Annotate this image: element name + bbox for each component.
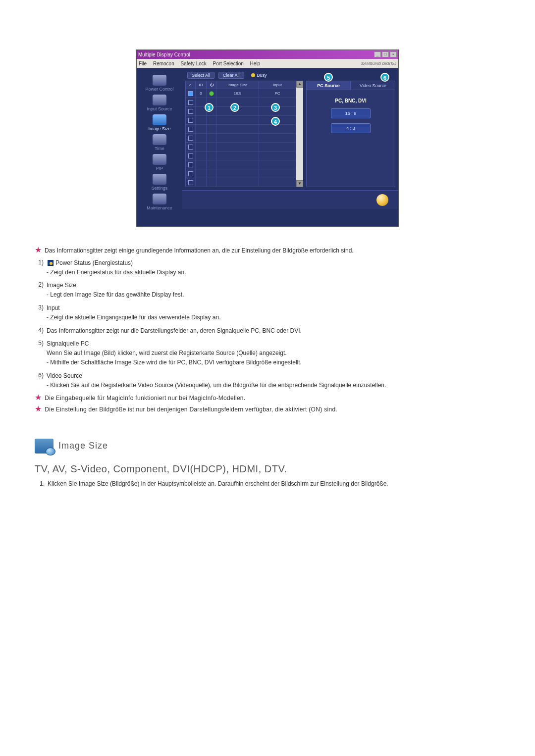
doc-item-number: 1) — [35, 259, 44, 277]
row-input — [259, 169, 296, 178]
power-icon — [48, 260, 54, 266]
btn-4-3[interactable]: 4 : 3 — [331, 123, 371, 133]
row-id — [196, 160, 207, 169]
doc-item-title: Das Informationsgitter zeigt nur die Dar… — [47, 327, 302, 334]
tab-pc-source[interactable]: PC Source — [306, 81, 351, 90]
table-row[interactable] — [186, 178, 296, 187]
doc-item-title: Power Status (Energiestatus) — [55, 259, 133, 266]
table-row[interactable] — [186, 133, 296, 142]
section-subtitle: TV, AV, S-Video, Component, DVI(HDCP), H… — [35, 463, 500, 475]
doc-item-sub: Legt den Image Size für das gewählte Dis… — [47, 291, 500, 299]
row-checkbox[interactable] — [188, 136, 193, 141]
clear-all-button[interactable]: Clear All — [218, 72, 244, 79]
grid-header-check[interactable]: ✓ — [186, 81, 196, 89]
doc-item-body: Video SourceKlicken Sie auf die Register… — [47, 372, 500, 390]
doc-item-number: 3) — [35, 304, 44, 322]
scroll-down-icon[interactable]: ▼ — [296, 180, 303, 187]
row-checkbox[interactable] — [188, 127, 193, 132]
intro-text: Das Informationsgitter zeigt einige grun… — [45, 247, 354, 255]
row-checkbox[interactable] — [188, 162, 193, 167]
table-row[interactable] — [186, 151, 296, 160]
row-id — [196, 151, 207, 160]
doc-item-number: 6) — [35, 372, 44, 390]
row-id — [196, 125, 207, 133]
close-button[interactable]: × — [390, 51, 397, 57]
table-row[interactable] — [186, 169, 296, 178]
row-checkbox[interactable] — [188, 180, 193, 185]
sidebar-label: Settings — [140, 186, 179, 191]
grid-header-input: Input — [259, 81, 296, 89]
sidebar-label: PIP — [140, 166, 179, 171]
doc-item-title: Signalquelle PC — [47, 340, 89, 347]
step-1-text: Klicken Sie Image Size (Bildgröße) in de… — [48, 480, 500, 488]
row-checkbox[interactable] — [188, 118, 193, 123]
minimize-button[interactable]: _ — [374, 51, 381, 57]
row-checkbox[interactable] — [188, 100, 193, 105]
grid-scrollbar[interactable]: ▲ ▼ — [296, 81, 303, 187]
sidebar-item-settings[interactable]: Settings — [140, 172, 179, 192]
doc-item-sub: Zeigt den Energiestatus für das aktuelle… — [47, 268, 500, 277]
sidebar-item-power-control[interactable]: Power Control — [140, 73, 179, 93]
sidebar-item-time[interactable]: Time — [140, 132, 179, 152]
sidebar-label: Input Source — [140, 106, 179, 111]
menu-file[interactable]: File — [139, 61, 147, 66]
star-icon: ★ — [35, 405, 42, 412]
grid-header-power-icon: ⏻ — [207, 81, 216, 89]
row-checkbox[interactable] — [188, 171, 193, 176]
warn-1-text: Die Eingabequelle für MagicInfo funktion… — [45, 394, 245, 403]
row-input — [259, 134, 296, 142]
row-id: 0 — [196, 89, 207, 98]
row-input: PC — [259, 89, 296, 98]
scroll-up-icon[interactable]: ▲ — [296, 81, 303, 88]
row-checkbox[interactable] — [188, 109, 193, 114]
row-checkbox[interactable] — [188, 153, 193, 158]
row-image-size — [216, 116, 259, 124]
doc-item-number: 5) — [35, 340, 44, 366]
row-checkbox[interactable] — [188, 145, 193, 150]
warn-2-text: Die Einstellung der Bildgröße ist nur be… — [45, 405, 337, 414]
table-row[interactable]: 016:9PC — [186, 89, 296, 98]
doc-item-body: InputZeigt die aktuelle Eingangsquelle f… — [47, 304, 500, 322]
sidebar-item-pip[interactable]: PIP — [140, 152, 179, 172]
table-row[interactable] — [186, 160, 296, 169]
image-size-icon — [35, 439, 54, 454]
menu-safety-lock[interactable]: Safety Lock — [181, 61, 207, 66]
callout-2: 2 — [230, 103, 239, 112]
brand-label: SAMSUNG DIGITall — [361, 61, 396, 66]
sidebar-icon — [153, 75, 166, 86]
table-row[interactable] — [186, 124, 296, 133]
status-icon — [376, 194, 388, 206]
table-row[interactable] — [186, 142, 296, 151]
row-image-size: 16:9 — [216, 89, 259, 98]
step-1-number: 1. — [35, 480, 45, 488]
doc-item: 5)Signalquelle PCWenn Sie auf Image (Bil… — [35, 340, 500, 366]
tab-video-source[interactable]: Video Source — [351, 81, 395, 90]
section-heading: Image Size — [35, 439, 500, 454]
menu-remocon[interactable]: Remocon — [153, 61, 174, 66]
grid-header-id: ID — [196, 81, 207, 89]
menu-help[interactable]: Help — [250, 61, 261, 66]
doc-item: 1)Power Status (Energiestatus)Zeigt den … — [35, 259, 500, 277]
row-id — [196, 134, 207, 142]
busy-icon — [251, 73, 255, 77]
maximize-button[interactable]: □ — [382, 51, 389, 57]
sidebar-icon — [153, 134, 166, 145]
sidebar-item-input-source[interactable]: Input Source — [140, 93, 179, 112]
row-checkbox[interactable] — [188, 91, 193, 96]
sidebar-item-maintenance[interactable]: Maintenance — [140, 192, 179, 211]
grid-header-image-size: Image Size — [216, 81, 259, 89]
sidebar: Power ControlInput SourceImage SizeTimeP… — [137, 68, 182, 226]
btn-16-9[interactable]: 16 : 9 — [331, 108, 371, 118]
doc-item-title: Input — [47, 304, 60, 311]
sidebar-label: Time — [140, 146, 179, 151]
sidebar-label: Image Size — [140, 126, 179, 131]
callout-4: 4 — [271, 117, 280, 126]
menu-port-selection[interactable]: Port Selection — [213, 61, 244, 66]
doc-item-sub: Wenn Sie auf Image (Bild) klicken, wird … — [47, 349, 500, 357]
select-all-button[interactable]: Select All — [187, 72, 214, 79]
doc-item-body: Das Informationsgitter zeigt nur die Dar… — [47, 327, 500, 335]
sidebar-item-image-size[interactable]: Image Size — [140, 112, 179, 132]
row-image-size — [216, 160, 259, 169]
sidebar-label: Maintenance — [140, 205, 179, 210]
titlebar: Multiple Display Control _ □ × — [137, 50, 398, 59]
